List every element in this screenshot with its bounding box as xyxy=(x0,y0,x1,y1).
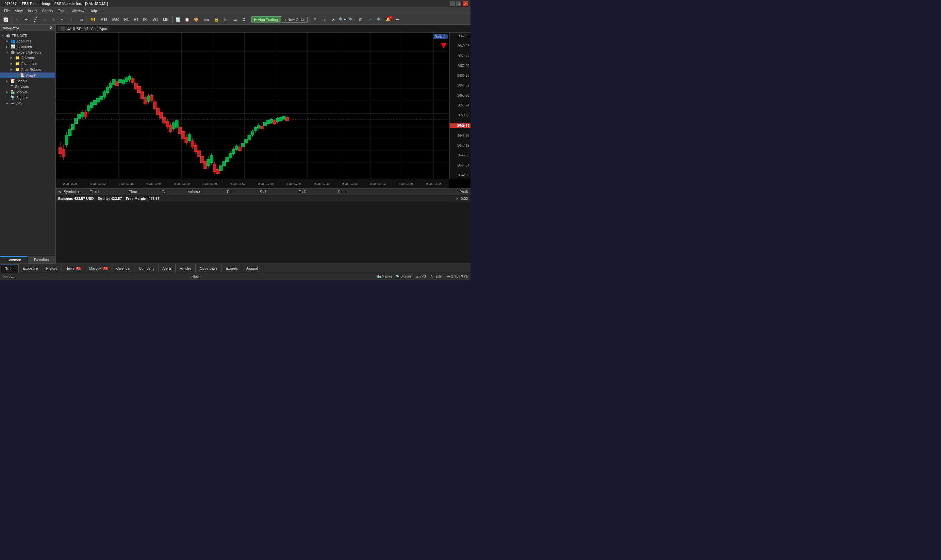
notification-button[interactable]: 🔔 1 xyxy=(384,16,392,23)
minimize-button[interactable]: ─ xyxy=(450,1,455,6)
col-type[interactable]: Type xyxy=(162,190,188,194)
tab-experts[interactable]: Experts xyxy=(222,264,242,273)
price-high: 2662.52 xyxy=(450,34,470,38)
maximize-button[interactable]: □ xyxy=(456,1,461,6)
nav-accounts[interactable]: ▶ 👥 Accounts xyxy=(0,38,55,44)
trendline-tool[interactable]: ∕ xyxy=(49,16,58,23)
tab-alerts[interactable]: Alerts xyxy=(159,264,176,273)
nav-scripts[interactable]: ▶ 📝 Scripts xyxy=(0,78,55,84)
menu-insert[interactable]: Insert xyxy=(25,8,40,13)
new-chart-button[interactable]: 📈 xyxy=(1,16,10,23)
col-profit[interactable]: Profit xyxy=(371,190,468,194)
indicator-button[interactable]: ∿ xyxy=(320,16,329,23)
market-status[interactable]: 🏪 Market xyxy=(377,275,392,278)
shapes-tool[interactable]: ▭ xyxy=(77,16,85,23)
close-button[interactable]: ✕ xyxy=(463,1,468,6)
menu-help[interactable]: Help xyxy=(87,8,100,13)
menu-file[interactable]: File xyxy=(1,8,12,13)
depth-button[interactable]: ⊞ xyxy=(311,16,319,23)
col-ticket[interactable]: Ticket xyxy=(90,190,129,194)
svg-rect-100 xyxy=(178,127,182,134)
tf-h4[interactable]: H4 xyxy=(131,17,140,23)
col-sl[interactable]: S / L xyxy=(260,190,299,194)
tf-m15[interactable]: M15 xyxy=(98,17,110,23)
chart-container[interactable]: ⬛ XAUUSD, M1: Gold Spot SmartT ▼ xyxy=(56,25,470,188)
nav-indicators[interactable]: ▶ 📊 Indicators xyxy=(0,44,55,49)
nav-advisors[interactable]: ▶ 📁 Advisors xyxy=(0,55,55,61)
chart-tab[interactable]: ⬛ XAUUSD, M1: Gold Spot xyxy=(58,26,110,31)
zoom-in-button[interactable]: 🔍+ xyxy=(338,16,347,23)
nav-free-robots[interactable]: ▶ 📁 Free Robots xyxy=(0,67,55,72)
svg-rect-168 xyxy=(285,118,289,121)
tf-d1[interactable]: D1 xyxy=(141,17,150,23)
col-price2[interactable]: Price xyxy=(338,190,371,194)
ide-button[interactable]: IDE xyxy=(201,16,212,23)
nav-tab-common[interactable]: Common xyxy=(0,256,28,263)
text-tool[interactable]: T xyxy=(68,16,76,23)
template-button[interactable]: 📋 xyxy=(183,16,191,23)
tab-trade[interactable]: Trade xyxy=(1,264,19,273)
tab-history[interactable]: History xyxy=(42,264,62,273)
analyst-button[interactable]: ↗ xyxy=(329,16,338,23)
search-button[interactable]: 🔍 xyxy=(375,16,383,23)
col-tp[interactable]: T / P xyxy=(299,190,338,194)
menu-view[interactable]: View xyxy=(12,8,25,13)
tf-h1[interactable]: H1 xyxy=(122,17,131,23)
nav-fbs-mt5[interactable]: ▼ 🤖 FBS MT5 xyxy=(0,33,55,38)
tf-m30[interactable]: M30 xyxy=(110,17,122,23)
svg-rect-40 xyxy=(84,112,87,117)
signal-strength-button[interactable]: ▪▪▪ xyxy=(393,16,401,23)
tester-status[interactable]: ⚗ Tester xyxy=(430,275,443,278)
lock-button[interactable]: 🔒 xyxy=(212,16,221,23)
tab-mailbox[interactable]: Mailbox 11 xyxy=(85,264,113,273)
svg-rect-64 xyxy=(122,80,125,84)
close-trade-btn[interactable]: ✕ xyxy=(58,190,61,194)
chart-type-button[interactable]: 📊 xyxy=(174,16,182,23)
zoom-out-button[interactable]: 🔍- xyxy=(347,16,356,23)
nav-examples[interactable]: ▶ 📁 Examples xyxy=(0,61,55,67)
hline-tool[interactable]: ─ xyxy=(40,16,49,23)
new-order-button[interactable]: + New Order xyxy=(282,17,308,23)
tf-w1[interactable]: W1 xyxy=(150,17,160,23)
tab-company[interactable]: Company xyxy=(135,264,159,273)
line-tool[interactable]: ╱ xyxy=(31,16,40,23)
crosshair-tool[interactable]: ✛ xyxy=(22,16,30,23)
nav-expert-advisors[interactable]: ▼ 🤖 Expert Advisors xyxy=(0,49,55,55)
tab-articles[interactable]: Articles xyxy=(176,264,196,273)
svg-rect-32 xyxy=(71,125,74,130)
tab-code-base[interactable]: Code Base xyxy=(196,264,222,273)
navigator-close[interactable]: ✕ xyxy=(50,26,52,30)
tab-news[interactable]: News 12 xyxy=(62,264,85,273)
color-button[interactable]: 🎨 xyxy=(192,16,201,23)
nav-smart-t[interactable]: 📜 SmartT xyxy=(0,72,55,78)
signals-status[interactable]: 📡 Signals xyxy=(396,275,411,278)
menu-tools[interactable]: Tools xyxy=(55,8,69,13)
chart-canvas-area[interactable]: SmartT ▼ xyxy=(56,33,470,188)
col-symbol[interactable]: Symbol ▲ xyxy=(64,190,90,194)
col-price[interactable]: Price xyxy=(227,190,260,194)
col-time[interactable]: Time xyxy=(129,190,162,194)
compare-button[interactable]: ≈ xyxy=(366,16,374,23)
tf-mn[interactable]: MN xyxy=(161,17,171,23)
fib-tool[interactable]: ⋯ xyxy=(59,16,67,23)
cloud-button[interactable]: ☁ xyxy=(231,16,239,23)
vps-status[interactable]: ☁ VPS xyxy=(415,275,426,278)
cursor-tool[interactable]: ↖ xyxy=(13,16,21,23)
nav-vps[interactable]: ▶ ☁ VPS xyxy=(0,100,55,106)
col-volume[interactable]: Volume xyxy=(188,190,227,194)
nav-tab-favorites[interactable]: Favorites xyxy=(28,256,56,263)
options-button[interactable]: (o) xyxy=(222,16,230,23)
menu-window[interactable]: Window xyxy=(69,8,87,13)
tf-m1[interactable]: M1 xyxy=(88,17,98,23)
grid-button[interactable]: ⊞ xyxy=(356,16,365,23)
add-trade-btn[interactable]: + xyxy=(456,197,458,200)
nav-services[interactable]: ⚙ Services xyxy=(0,84,55,89)
menu-charts[interactable]: Charts xyxy=(40,8,55,13)
settings-button[interactable]: ⚙ xyxy=(240,16,248,23)
tab-journal[interactable]: Journal xyxy=(242,264,262,273)
tab-exposure[interactable]: Exposure xyxy=(19,264,42,273)
tab-calendar[interactable]: Calendar xyxy=(113,264,135,273)
algo-trading-button[interactable]: ▶ Algo Trading xyxy=(251,16,281,23)
nav-signals[interactable]: 📡 Signals xyxy=(0,95,55,100)
nav-market[interactable]: ▶ 🏪 Market xyxy=(0,89,55,95)
